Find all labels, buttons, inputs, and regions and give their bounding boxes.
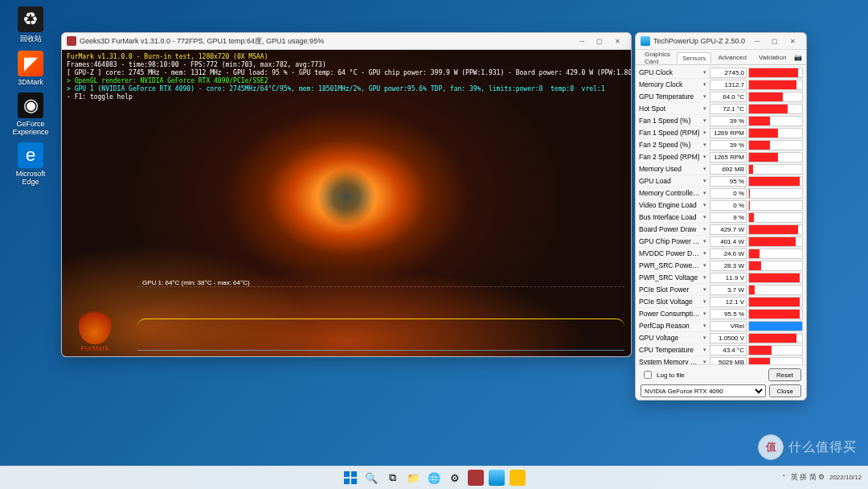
sensor-value: VRel xyxy=(710,321,747,331)
sensor-dropdown-icon[interactable]: ▾ xyxy=(702,129,708,136)
sensor-dropdown-icon[interactable]: ▾ xyxy=(702,142,708,148)
sensor-dropdown-icon[interactable]: ▾ xyxy=(702,117,708,124)
sensor-dropdown-icon[interactable]: ▾ xyxy=(702,202,708,208)
sensor-row: PWR_SRC Voltage▾11.9 V xyxy=(639,272,803,284)
tab-validation[interactable]: Validation xyxy=(753,51,792,63)
tray-chevron-icon[interactable]: ˄ xyxy=(782,474,786,482)
edge-icon[interactable]: eMicrosoft Edge xyxy=(6,142,55,186)
sensor-name: Fan 1 Speed (RPM) xyxy=(639,129,700,137)
edge-icon[interactable]: 🌐 xyxy=(426,470,442,486)
sensor-row: GPU Voltage▾1.0500 V xyxy=(639,332,803,344)
sensor-dropdown-icon[interactable]: ▾ xyxy=(702,323,708,329)
settings-icon[interactable]: ⚙ xyxy=(447,470,463,486)
furmark-temp-graph: GPU 1: 64°C (min: 38°C - max: 64°C) xyxy=(137,286,624,351)
gpu-select[interactable]: NVIDIA GeForce RTX 4090 xyxy=(641,384,766,397)
sensor-dropdown-icon[interactable]: ▾ xyxy=(702,238,708,244)
gpuz-window: TechPowerUp GPU-Z 2.50.0 ─ ▢ ✕ Graphics … xyxy=(635,32,807,401)
sensor-dropdown-icon[interactable]: ▾ xyxy=(702,166,708,172)
tab-advanced[interactable]: Advanced xyxy=(712,51,752,63)
maximize-button[interactable]: ▢ xyxy=(591,35,608,47)
sensor-row: PCIe Slot Power▾3.7 W xyxy=(639,284,803,296)
tab-graphics-card[interactable]: Graphics Card xyxy=(639,48,676,67)
furmark-taskbar-icon[interactable] xyxy=(468,470,484,486)
search-icon[interactable]: 🔍 xyxy=(363,470,379,486)
log-to-file-checkbox[interactable]: Log to file xyxy=(641,368,685,381)
close-button[interactable]: ✕ xyxy=(784,35,801,47)
system-tray[interactable]: ˄ 英 拼 简 ⚙ 2022/10/12 xyxy=(782,473,862,483)
recycle-bin-icon[interactable]: ♻回收站 xyxy=(6,6,55,44)
sensor-name: Power Consumption (%) xyxy=(639,310,700,318)
sensor-value: 39 % xyxy=(710,116,747,126)
sensor-value: 11.9 V xyxy=(710,273,747,283)
furmark-stat-line: > GPU 1 (NVIDIA GeForce RTX 4090) - core… xyxy=(67,85,631,93)
start-button[interactable] xyxy=(342,470,358,486)
task-view-icon[interactable]: ⧉ xyxy=(384,470,400,486)
sensor-dropdown-icon[interactable]: ▾ xyxy=(702,298,708,305)
sensor-name: Board Power Draw xyxy=(639,225,700,233)
sensor-value: 0 % xyxy=(710,200,747,211)
close-button[interactable]: Close xyxy=(769,384,801,397)
file-explorer-icon[interactable]: 📁 xyxy=(405,470,421,486)
sensor-dropdown-icon[interactable]: ▾ xyxy=(702,274,708,281)
sensor-name: Memory Used xyxy=(639,165,700,173)
refresh-icon[interactable]: ⟳ xyxy=(805,52,807,62)
sensor-dropdown-icon[interactable]: ▾ xyxy=(702,310,708,317)
3dmark-icon-glyph: ◤ xyxy=(18,51,43,76)
sensor-dropdown-icon[interactable]: ▾ xyxy=(702,335,708,341)
sensor-dropdown-icon[interactable]: ▾ xyxy=(702,93,708,100)
sensor-dropdown-icon[interactable]: ▾ xyxy=(702,262,708,269)
geforce-experience-icon-glyph: ◉ xyxy=(18,92,43,118)
maximize-button[interactable]: ▢ xyxy=(766,35,784,47)
sensor-name: PWR_SRC Power Draw xyxy=(639,261,700,269)
sensor-row: GPU Load▾95 % xyxy=(639,175,803,187)
screenshot-icon[interactable]: 📷 xyxy=(793,52,803,62)
furmark-stats-overlay: FurMark v1.31.0.0 - Burn-in test, 1280x7… xyxy=(67,53,631,101)
sensor-dropdown-icon[interactable]: ▾ xyxy=(702,105,708,112)
gpuz-titlebar[interactable]: TechPowerUp GPU-Z 2.50.0 ─ ▢ ✕ xyxy=(636,33,806,50)
furmark-titlebar[interactable]: Geeks3D FurMark v1.31.0.0 - 772FPS, GPU1… xyxy=(62,33,631,50)
sensor-value: 64.0 °C xyxy=(710,92,747,102)
edge-icon-glyph: e xyxy=(18,142,43,168)
3dmark-icon[interactable]: ◤3DMark xyxy=(6,51,55,86)
clock[interactable]: 2022/10/12 xyxy=(829,475,862,481)
sensor-dropdown-icon[interactable]: ▾ xyxy=(702,286,708,293)
sensor-name: GPU Temperature xyxy=(639,92,700,101)
tab-sensors[interactable]: Sensors xyxy=(677,52,711,64)
sensor-dropdown-icon[interactable]: ▾ xyxy=(702,250,708,257)
sensor-value: 9 % xyxy=(710,212,747,223)
ime-status[interactable]: 英 拼 简 ⚙ xyxy=(791,473,825,483)
minimize-button[interactable]: ─ xyxy=(573,35,591,47)
sensor-dropdown-icon[interactable]: ▾ xyxy=(702,81,708,88)
app-icon[interactable] xyxy=(510,470,526,486)
sensor-dropdown-icon[interactable]: ▾ xyxy=(702,347,708,353)
svg-rect-3 xyxy=(351,479,357,484)
watermark-badge-icon: 值 xyxy=(758,434,784,460)
sensor-dropdown-icon[interactable]: ▾ xyxy=(702,69,708,76)
furmark-app-icon xyxy=(67,36,76,46)
sensor-row: PerfCap Reason▾VRel xyxy=(639,320,803,332)
sensor-value: 1265 RPM xyxy=(710,152,747,162)
gpuz-taskbar-icon[interactable] xyxy=(489,470,505,486)
sensor-value: 24.6 W xyxy=(710,249,747,259)
sensor-dropdown-icon[interactable]: ▾ xyxy=(702,154,708,160)
sensor-row: Memory Clock▾1312.7 MHz xyxy=(639,79,803,91)
sensor-dropdown-icon[interactable]: ▾ xyxy=(702,226,708,232)
sensor-dropdown-icon[interactable]: ▾ xyxy=(702,214,708,220)
sensor-row: Fan 1 Speed (RPM)▾1269 RPM xyxy=(639,127,803,139)
sensor-value: 3.7 W xyxy=(710,285,747,295)
sensor-bar xyxy=(748,285,803,295)
sensor-dropdown-icon[interactable]: ▾ xyxy=(702,178,708,184)
sensor-value: 95 % xyxy=(710,176,747,187)
close-button[interactable]: ✕ xyxy=(608,35,626,47)
sensor-dropdown-icon[interactable]: ▾ xyxy=(702,190,708,196)
sensor-bar xyxy=(748,164,803,175)
geforce-experience-icon[interactable]: ◉GeForce Experience xyxy=(6,92,55,136)
taskbar: 🔍 ⧉ 📁 🌐 ⚙ ˄ 英 拼 简 ⚙ 2022/10/12 xyxy=(0,466,868,489)
sensor-bar xyxy=(748,128,803,138)
sensor-value: 43.4 °C xyxy=(710,345,747,355)
minimize-button[interactable]: ─ xyxy=(748,35,766,47)
reset-button[interactable]: Reset xyxy=(768,368,801,381)
sensor-dropdown-icon[interactable]: ▾ xyxy=(702,359,708,364)
sensor-row: CPU Temperature▾43.4 °C xyxy=(639,344,803,356)
watermark-text: 什么值得买 xyxy=(788,439,857,456)
